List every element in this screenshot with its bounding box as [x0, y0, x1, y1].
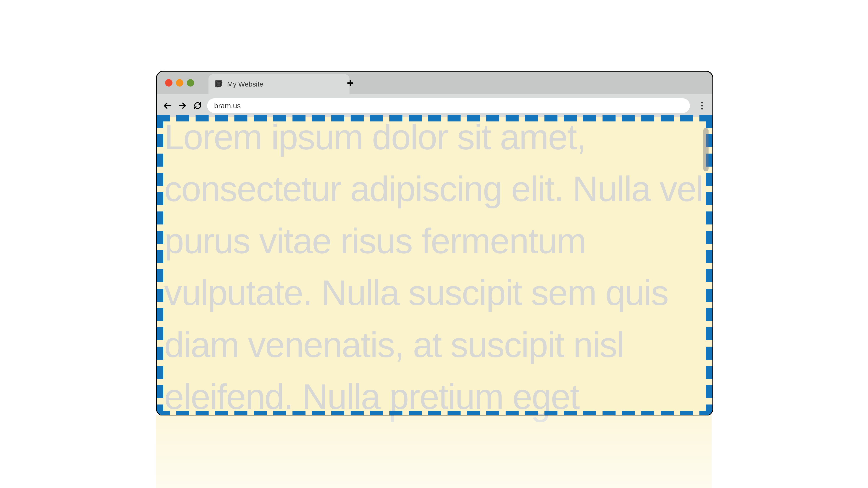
back-button[interactable] — [162, 100, 173, 111]
body-text: Lorem ipsum dolor sit amet, consectetur … — [164, 111, 704, 416]
forward-button[interactable] — [177, 100, 188, 111]
maximize-window-button[interactable] — [187, 79, 194, 87]
page-viewport: Lorem ipsum dolor sit amet, consectetur … — [157, 117, 712, 415]
body-text-overflow: Lorem ipsum dolor sit amet, consectetur … — [163, 415, 703, 429]
address-bar[interactable]: bram.us — [207, 98, 690, 113]
new-tab-button[interactable]: + — [347, 77, 354, 89]
tab-bar: My Website + — [157, 72, 712, 94]
browser-tab[interactable]: My Website — [209, 74, 349, 94]
favicon-icon — [215, 80, 223, 88]
address-text: bram.us — [214, 101, 241, 110]
kebab-menu-icon[interactable] — [696, 100, 708, 111]
scrollbar-thumb[interactable] — [703, 128, 709, 171]
close-window-button[interactable] — [165, 79, 173, 87]
tab-title: My Website — [227, 80, 264, 88]
browser-window: My Website + bram.us — [156, 71, 713, 416]
window-controls — [165, 79, 194, 87]
minimize-window-button[interactable] — [176, 79, 183, 87]
overflow-fade: Lorem ipsum dolor sit amet, consectetur … — [156, 415, 712, 488]
reload-button[interactable] — [192, 100, 203, 111]
